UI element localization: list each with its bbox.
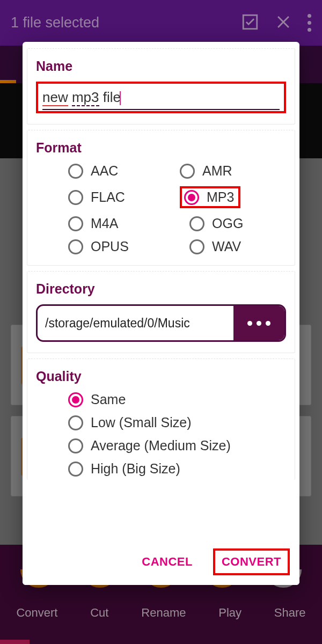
format-option-amr[interactable]: AMR (180, 163, 286, 179)
dots-icon (247, 321, 252, 326)
section-name: Name new mp3 file (27, 48, 295, 125)
name-input-highlight: new mp3 file (36, 82, 286, 113)
format-mp3-highlight: MP3 (180, 186, 240, 208)
directory-row: /storage/emulated/0/Music (36, 304, 286, 342)
radio-icon (189, 216, 204, 231)
format-option-m4a[interactable]: M4A (68, 216, 174, 231)
directory-title: Directory (36, 281, 286, 297)
radio-icon (189, 239, 204, 254)
section-format: Format AAC AMR FLAC MP3 M4A OGG OPUS WAV (27, 130, 295, 266)
radio-selected-icon (184, 190, 199, 205)
radio-icon (68, 415, 83, 430)
section-directory: Directory /storage/emulated/0/Music (27, 271, 295, 353)
quality-option-low[interactable]: Low (Small Size) (68, 415, 286, 430)
directory-browse-button[interactable] (233, 306, 284, 340)
format-title: Format (36, 140, 286, 156)
format-option-aac[interactable]: AAC (68, 163, 174, 179)
format-option-wav[interactable]: WAV (180, 239, 286, 254)
name-title: Name (36, 58, 286, 74)
radio-icon (68, 216, 83, 231)
format-option-ogg[interactable]: OGG (180, 216, 286, 231)
format-option-mp3[interactable]: MP3 (184, 189, 234, 205)
directory-path[interactable]: /storage/emulated/0/Music (38, 306, 233, 340)
radio-icon (68, 164, 83, 179)
radio-icon (68, 438, 83, 453)
convert-dialog: Name new mp3 file Format AAC AMR FLAC MP… (23, 42, 299, 585)
convert-button[interactable]: CONVERT (213, 548, 290, 575)
radio-icon (68, 239, 83, 254)
name-input[interactable]: new mp3 file (42, 87, 280, 110)
format-option-opus[interactable]: OPUS (68, 239, 174, 254)
quality-option-high[interactable]: High (Big Size) (68, 461, 286, 477)
dialog-actions: CANCEL CONVERT (23, 541, 299, 585)
radio-icon (180, 164, 195, 179)
cancel-button[interactable]: CANCEL (135, 548, 199, 575)
format-option-flac[interactable]: FLAC (68, 186, 174, 208)
quality-title: Quality (36, 369, 286, 384)
quality-option-same[interactable]: Same (68, 392, 286, 407)
section-quality: Quality Same Low (Small Size) Average (M… (27, 358, 295, 480)
radio-icon (68, 462, 83, 477)
quality-option-average[interactable]: Average (Medium Size) (68, 438, 286, 453)
radio-selected-icon (68, 392, 83, 407)
radio-icon (68, 190, 83, 205)
